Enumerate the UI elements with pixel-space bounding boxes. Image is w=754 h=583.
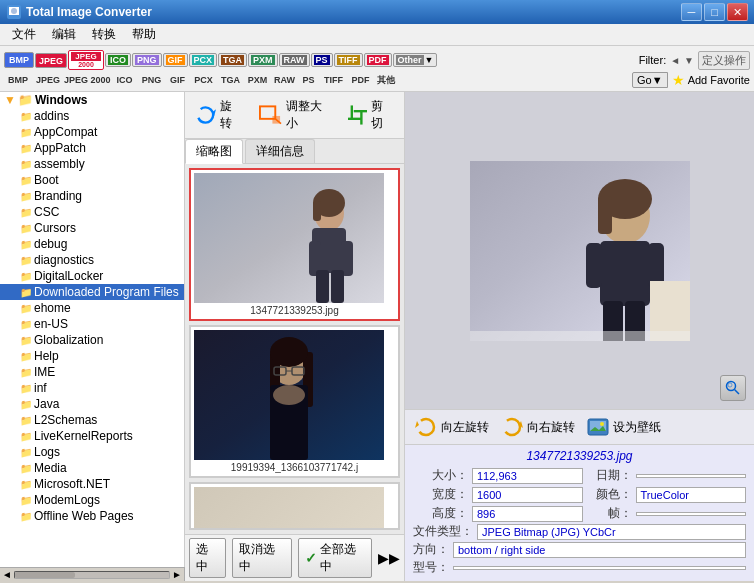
- tab-thumbnail[interactable]: 缩略图: [185, 139, 243, 164]
- direction-value: bottom / right side: [453, 542, 746, 558]
- tree-item-livekernelreports[interactable]: 📁 LiveKernelReports: [0, 428, 184, 444]
- tree-item-branding[interactable]: 📁 Branding: [0, 188, 184, 204]
- format-btn-raw[interactable]: RAW: [279, 53, 310, 67]
- size-label: 大小：: [413, 467, 468, 484]
- tree-item-diagnostics[interactable]: 📁 diagnostics: [0, 252, 184, 268]
- height-label: 高度：: [413, 505, 468, 522]
- bottom-toolbar: 选中 取消选中 ✓ 全部选中 ▶▶: [185, 534, 404, 581]
- tree-item-appcompat[interactable]: 📁 AppCompat: [0, 124, 184, 140]
- tree-item-addins[interactable]: 📁 addins: [0, 108, 184, 124]
- tree-item-debug[interactable]: 📁 debug: [0, 236, 184, 252]
- folder-icon: 📁: [18, 93, 33, 107]
- select-all-button[interactable]: ✓ 全部选中: [298, 538, 372, 578]
- tree-item-ehome[interactable]: 📁 ehome: [0, 300, 184, 316]
- menu-convert[interactable]: 转换: [84, 24, 124, 45]
- menu-help[interactable]: 帮助: [124, 24, 164, 45]
- tree-item-modemlogs[interactable]: 📁 ModemLogs: [0, 492, 184, 508]
- tree-item-l2schemas[interactable]: 📁 L2Schemas: [0, 412, 184, 428]
- go-button[interactable]: Go▼: [632, 72, 668, 88]
- scroll-left-btn[interactable]: ◄: [2, 569, 12, 580]
- search-zoom-button[interactable]: [720, 375, 746, 401]
- tree-item-apppatch[interactable]: 📁 AppPatch: [0, 140, 184, 156]
- tree-item-offlinewebpages[interactable]: 📁 Offline Web Pages: [0, 508, 184, 524]
- label-bmp: BMP: [4, 75, 32, 85]
- filter-arrow2[interactable]: ▼: [684, 55, 694, 66]
- format-btn-png[interactable]: PNG: [132, 53, 162, 67]
- tree-item-help[interactable]: 📁 Help: [0, 348, 184, 364]
- tab-details[interactable]: 详细信息: [245, 139, 315, 163]
- format-btn-other[interactable]: Other ▼: [393, 53, 437, 67]
- tree-label: CSC: [34, 205, 59, 219]
- minimize-button[interactable]: ─: [681, 3, 702, 21]
- rotate-action[interactable]: 旋转: [191, 96, 247, 134]
- add-favorite-button[interactable]: ★ Add Favorite: [672, 72, 750, 88]
- rotate-right-icon: [501, 416, 523, 438]
- tree-item-ime[interactable]: 📁 IME: [0, 364, 184, 380]
- label-tiff: TIFF: [320, 75, 348, 85]
- thumbnail-item-1[interactable]: 1347721339253.jpg: [189, 168, 400, 321]
- thumbnail-item-3[interactable]: [189, 482, 400, 530]
- label-jpeg2000: JPEG 2000: [64, 75, 111, 85]
- tree-label: Boot: [34, 173, 59, 187]
- svg-point-2: [11, 8, 17, 14]
- file-info-panel: 1347721339253.jpg 大小： 112,963 日期： 宽度： 16…: [405, 445, 754, 581]
- maximize-button[interactable]: □: [704, 3, 725, 21]
- tree-item-microsoftnet[interactable]: 📁 Microsoft.NET: [0, 476, 184, 492]
- thumbnail-item-2[interactable]: 19919394_1366103771742.j: [189, 325, 400, 478]
- format-btn-tga[interactable]: TGA: [218, 53, 247, 67]
- format-btn-gif[interactable]: GIF: [163, 53, 188, 67]
- crop-action[interactable]: 剪切: [344, 96, 398, 134]
- label-ico: ICO: [112, 75, 138, 85]
- resize-action[interactable]: 调整大小: [255, 96, 336, 134]
- tree-label: debug: [34, 237, 67, 251]
- format-btn-bmp[interactable]: BMP: [4, 52, 34, 68]
- go-button-group[interactable]: Go▼: [632, 72, 668, 88]
- tree-item-media[interactable]: 📁 Media: [0, 460, 184, 476]
- tree-label: ModemLogs: [34, 493, 100, 507]
- expand-btn[interactable]: ▶▶: [378, 550, 400, 566]
- tree-label: ehome: [34, 301, 71, 315]
- tree-label: AppCompat: [34, 125, 97, 139]
- close-button[interactable]: ✕: [727, 3, 748, 21]
- svg-rect-12: [194, 173, 384, 303]
- tree-item-enus[interactable]: 📁 en-US: [0, 316, 184, 332]
- tree-item-inf[interactable]: 📁 inf: [0, 380, 184, 396]
- tree-item-csc[interactable]: 📁 CSC: [0, 204, 184, 220]
- preview-image: [470, 161, 690, 341]
- tree-item-digitallocker[interactable]: 📁 DigitalLocker: [0, 268, 184, 284]
- resize-label: 调整大小: [286, 98, 332, 132]
- format-btn-ico[interactable]: ICO: [105, 53, 131, 67]
- rotate-left-label: 向左旋转: [441, 419, 489, 436]
- tree-item-java[interactable]: 📁 Java: [0, 396, 184, 412]
- select-button[interactable]: 选中: [189, 538, 226, 578]
- tree-item-downloadedprogramfiles[interactable]: 📁 Downloaded Program Files: [0, 284, 184, 300]
- tree-item-assembly[interactable]: 📁 assembly: [0, 156, 184, 172]
- format-btn-jpeg2000[interactable]: JPEG 2000: [68, 50, 104, 70]
- menu-edit[interactable]: 编辑: [44, 24, 84, 45]
- format-btn-tiff[interactable]: TIFF: [334, 53, 363, 67]
- filter-arrow1[interactable]: ◄: [670, 55, 680, 66]
- rotate-left-button[interactable]: 向左旋转: [415, 416, 489, 438]
- h-scrollbar[interactable]: [14, 571, 170, 579]
- rotate-right-button[interactable]: 向右旋转: [501, 416, 575, 438]
- rotate-right-label: 向右旋转: [527, 419, 575, 436]
- format-btn-pcx[interactable]: PCX: [189, 53, 218, 67]
- tree-item-cursors[interactable]: 📁 Cursors: [0, 220, 184, 236]
- tree-item-boot[interactable]: 📁 Boot: [0, 172, 184, 188]
- customize-btn[interactable]: 定义操作: [698, 51, 750, 70]
- tree-item-logs[interactable]: 📁 Logs: [0, 444, 184, 460]
- tabs-bar: 缩略图 详细信息: [185, 139, 404, 164]
- set-wallpaper-button[interactable]: 设为壁纸: [587, 418, 661, 436]
- tree-item-windows[interactable]: ▼ 📁 Windows: [0, 92, 184, 108]
- format-btn-jpeg[interactable]: JPEG: [35, 53, 67, 68]
- format-btn-ps[interactable]: PS: [311, 53, 333, 67]
- format-btn-pdf[interactable]: PDF: [364, 53, 392, 67]
- deselect-button[interactable]: 取消选中: [232, 538, 292, 578]
- model-row: 型号：: [413, 559, 746, 576]
- title-bar: Total Image Converter ─ □ ✕: [0, 0, 754, 24]
- format-btn-pxm[interactable]: PXM: [248, 53, 278, 67]
- tree-item-globalization[interactable]: 📁 Globalization: [0, 332, 184, 348]
- tree-label: Help: [34, 349, 59, 363]
- menu-file[interactable]: 文件: [4, 24, 44, 45]
- scroll-right-btn[interactable]: ►: [172, 569, 182, 580]
